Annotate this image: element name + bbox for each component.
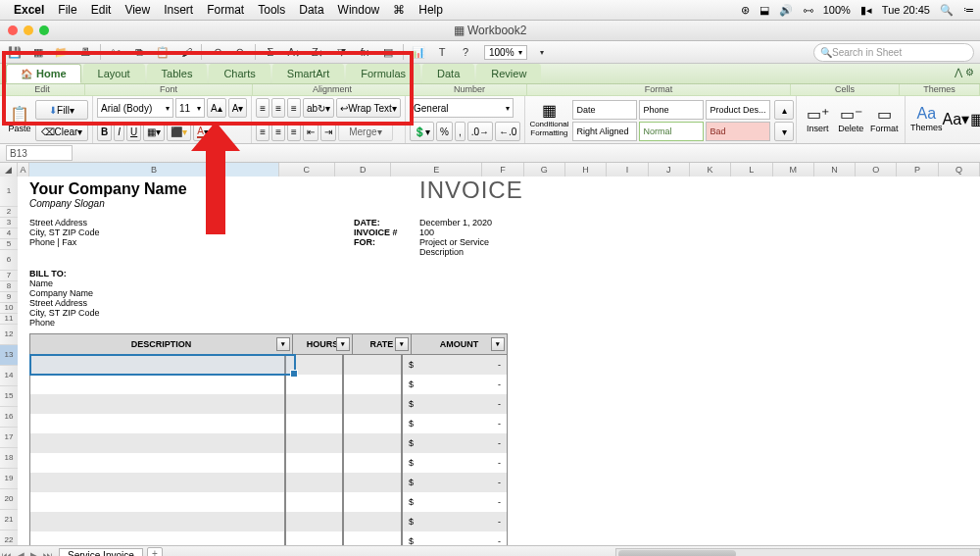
row-15[interactable]: 15: [0, 386, 18, 407]
menu-insert[interactable]: Insert: [164, 3, 193, 17]
orientation-button[interactable]: ab↻▾: [303, 98, 334, 118]
col-A[interactable]: A: [18, 163, 29, 177]
clock[interactable]: Tue 20:45: [882, 4, 930, 16]
tab-home[interactable]: 🏠Home: [6, 64, 81, 83]
sheet-tab-service-invoice[interactable]: Service Invoice: [59, 548, 143, 556]
tab-smartart[interactable]: SmartArt: [272, 64, 344, 83]
sort-desc-icon[interactable]: Z↓: [309, 43, 326, 61]
menu-tools[interactable]: Tools: [258, 3, 285, 17]
filter-desc-icon[interactable]: ▾: [276, 337, 290, 351]
row-19[interactable]: 19: [0, 469, 18, 489]
bold-button[interactable]: B: [97, 122, 112, 141]
conditional-formatting-button[interactable]: ▦Conditional Formatting: [529, 98, 568, 139]
desc-cell[interactable]: [29, 375, 285, 394]
textbox-icon[interactable]: T: [433, 43, 451, 61]
align-center-button[interactable]: ≡: [271, 122, 285, 141]
tab-tables[interactable]: Tables: [147, 64, 208, 83]
sheet-grid[interactable]: Your Company Name Company Slogan INVOICE…: [18, 177, 980, 545]
undo-icon[interactable]: ↶: [208, 43, 225, 61]
style-phone[interactable]: Phone: [639, 100, 704, 120]
spotlight-icon[interactable]: 🔍: [940, 4, 954, 17]
tab-last-icon[interactable]: ⏭: [41, 550, 55, 557]
format-cells-button[interactable]: ▭Format: [867, 98, 901, 139]
col-H[interactable]: H: [565, 163, 607, 177]
zoom-combo[interactable]: 100%▾: [484, 45, 527, 60]
themes-button[interactable]: AaThemes: [909, 98, 943, 139]
rate-cell[interactable]: [343, 433, 402, 453]
th-hours[interactable]: HOURS▾: [293, 333, 352, 355]
style-normal[interactable]: Normal: [639, 122, 704, 141]
fx-icon[interactable]: fx: [356, 43, 373, 61]
th-amount[interactable]: AMOUNT▾: [412, 333, 508, 355]
currency-button[interactable]: 💲▾: [410, 122, 434, 141]
menu-help[interactable]: Help: [418, 3, 443, 17]
desc-cell[interactable]: [29, 531, 285, 545]
row-headers[interactable]: 1 2 3 4 5 6 7 8 9 10 11 12 13 14 15 16 1…: [0, 177, 19, 545]
selection-handle[interactable]: [290, 370, 298, 378]
wrap-text-button[interactable]: ↩ Wrap Text ▾: [336, 98, 401, 118]
italic-button[interactable]: I: [114, 122, 124, 141]
show-formulas-icon[interactable]: ▤: [379, 43, 397, 61]
menu-data[interactable]: Data: [299, 3, 323, 17]
row-21[interactable]: 21: [0, 510, 18, 531]
filter-icon[interactable]: ⧩: [332, 43, 350, 61]
amount-cell[interactable]: $-: [402, 433, 508, 453]
redo-icon[interactable]: ↷: [231, 43, 249, 61]
hours-cell[interactable]: [285, 512, 344, 531]
align-left-button[interactable]: ≡: [256, 122, 270, 141]
fill-button[interactable]: ⬇ Fill ▾: [35, 100, 88, 120]
desc-cell[interactable]: [29, 492, 285, 512]
desc-cell[interactable]: [29, 512, 285, 531]
col-C[interactable]: C: [279, 163, 335, 177]
rate-cell[interactable]: [343, 414, 402, 433]
cut-icon[interactable]: ✂: [107, 43, 124, 61]
hours-cell[interactable]: [285, 492, 344, 512]
shrink-font-button[interactable]: A▾: [228, 98, 248, 118]
tab-charts[interactable]: Charts: [209, 64, 270, 83]
save-icon[interactable]: 💾: [6, 43, 24, 61]
delete-cells-button[interactable]: ▭⁻Delete: [834, 98, 867, 139]
number-format-combo[interactable]: General▾: [410, 98, 514, 118]
percent-button[interactable]: %: [436, 122, 453, 141]
hours-cell[interactable]: [285, 531, 344, 545]
filter-amount-icon[interactable]: ▾: [491, 337, 505, 351]
col-O[interactable]: O: [856, 163, 897, 177]
col-K[interactable]: K: [690, 163, 731, 177]
col-B[interactable]: B: [29, 163, 278, 177]
book-icon[interactable]: ▦: [29, 43, 47, 61]
amount-cell[interactable]: $-: [402, 531, 508, 545]
dec-decimal-button[interactable]: ←.0: [495, 122, 520, 141]
row-13[interactable]: 13: [0, 345, 18, 366]
volume-icon[interactable]: 🔊: [779, 4, 793, 17]
paste-icon[interactable]: 📋: [154, 43, 172, 61]
close-window-button[interactable]: [8, 25, 18, 35]
hours-cell[interactable]: [285, 414, 344, 433]
hours-cell[interactable]: [285, 453, 344, 473]
hours-cell[interactable]: [285, 473, 344, 492]
borders-button[interactable]: ▦▾: [143, 122, 165, 141]
row-1[interactable]: 1: [0, 177, 18, 207]
desc-cell[interactable]: [29, 414, 285, 433]
sort-asc-icon[interactable]: A↓: [285, 43, 303, 61]
row-3[interactable]: 3: [0, 218, 18, 228]
align-top-button[interactable]: ≡: [256, 98, 270, 118]
menu-format[interactable]: Format: [207, 3, 244, 17]
amount-cell[interactable]: $-: [402, 375, 508, 394]
amount-cell[interactable]: $-: [402, 355, 508, 375]
tab-review[interactable]: Review: [476, 64, 541, 83]
menu-view[interactable]: View: [124, 3, 150, 17]
menu-spotlight-icon[interactable]: ⌘: [393, 3, 405, 17]
scroll-thumb[interactable]: [618, 550, 736, 556]
filter-hours-icon[interactable]: ▾: [336, 337, 350, 351]
th-rate[interactable]: RATE▾: [353, 333, 412, 355]
col-D[interactable]: D: [335, 163, 391, 177]
merge-button[interactable]: Merge ▾: [338, 122, 393, 141]
rate-cell[interactable]: [343, 394, 402, 414]
rate-cell[interactable]: [343, 453, 402, 473]
font-name-combo[interactable]: Arial (Body)▾: [97, 98, 173, 118]
style-right-aligned[interactable]: Right Aligned: [572, 122, 637, 141]
hours-cell[interactable]: [285, 433, 344, 453]
rate-cell[interactable]: [343, 531, 402, 545]
fill-color-button[interactable]: ⬛▾: [167, 122, 191, 141]
open-icon[interactable]: 📂: [53, 43, 71, 61]
